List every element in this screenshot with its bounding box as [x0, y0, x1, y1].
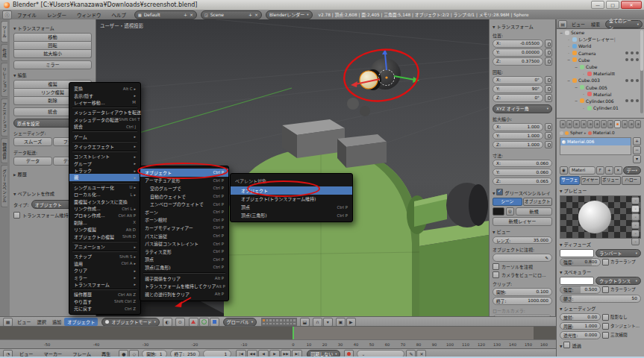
menu-item[interactable]: 統合Ctrl J	[69, 123, 140, 130]
menu-item[interactable]: 適用Ctrl A▸	[69, 260, 140, 267]
keep-transform-checkbox[interactable]	[13, 212, 20, 219]
lock-cursor-checkbox[interactable]	[493, 263, 499, 270]
menu-item[interactable]: トラック▸	[69, 167, 140, 174]
panel-header-shading[interactable]: ▼シェーディング	[560, 305, 641, 312]
properties-tab-world[interactable]	[581, 120, 587, 128]
shading-checkbox[interactable]	[602, 314, 609, 321]
wrench-icon[interactable]	[560, 131, 563, 135]
menu-item[interactable]: 空のグループでCtrl P	[140, 184, 228, 192]
snap-magnet-icon[interactable]: ∩	[313, 318, 322, 327]
axis-value-field[interactable]: Z:0.065	[493, 178, 552, 186]
menu-item[interactable]: オブジェクトの複製Shift D	[69, 233, 140, 239]
gp-new-button[interactable]: 新規	[516, 207, 552, 216]
vis-dot-icon[interactable]	[631, 99, 634, 102]
view3d-menu-選択[interactable]: 選択	[34, 318, 49, 326]
menu-item[interactable]: 親▸	[69, 174, 140, 180]
lock-icon[interactable]	[545, 141, 552, 149]
gp-eyedropper-icon[interactable]: ◎	[506, 207, 514, 216]
topbar-menu-ヘルプ[interactable]: ヘルプ	[107, 11, 132, 19]
expand-icon[interactable]: −	[574, 85, 578, 90]
shading-checkbox[interactable]	[602, 323, 609, 330]
lens-field[interactable]: レンズ:35.000	[493, 236, 552, 245]
slot-specials-button[interactable]: ▾	[633, 155, 641, 163]
menu-item[interactable]: 表示/隠す▸	[69, 92, 140, 98]
preview-hair-icon[interactable]: ◦	[631, 230, 640, 237]
properties-tab-render-layers[interactable]	[566, 120, 572, 128]
menu-item[interactable]: ボーン相対Ctrl P	[140, 216, 228, 224]
outliner-row[interactable]: −Cube	[557, 57, 644, 63]
menu-item[interactable]: 親との逆行列をクリアAlt P	[140, 290, 228, 298]
menu-item[interactable]: 面複製インスタンスに変換	[69, 198, 140, 204]
menu-item[interactable]: レイヤー移動...M	[69, 99, 140, 106]
unlink-icon[interactable]: ☒	[611, 72, 614, 76]
render-opengl-anim-icon[interactable]: ▶	[346, 318, 356, 327]
view3d-menu-ビュー[interactable]: ビュー	[14, 318, 34, 326]
outliner-row[interactable]: −Cube	[557, 63, 644, 70]
menu-item[interactable]: 親子関係をクリアAlt P	[140, 274, 228, 283]
topbar-menu-ファイル[interactable]: ファイル	[12, 11, 42, 19]
vis-dot-icon[interactable]	[625, 51, 628, 54]
menu-item[interactable]: ボーンCtrl P	[140, 208, 228, 216]
axis-value-field[interactable]: X:1.000	[493, 123, 543, 131]
panel-header-diffuse[interactable]: ▼ディフューズ	[560, 241, 641, 248]
preview-cube-icon[interactable]: ◦	[631, 213, 640, 221]
rotation-mode-dropdown[interactable]: XYZ オイラー角▾	[493, 104, 552, 113]
vis-dot-icon[interactable]	[636, 79, 639, 82]
close-button[interactable]: ✕	[621, 1, 642, 9]
material-slot-list[interactable]: Material.006	[560, 137, 631, 155]
menu-item[interactable]: 頂点(三角形)Ctrl P	[231, 211, 352, 219]
panel-header-transform-n[interactable]: ▼トランスフォーム	[493, 23, 552, 30]
material-type-tab-ボリュー[interactable]: ボリュー	[601, 176, 621, 185]
axis-value-field[interactable]: Y:90°	[493, 85, 543, 93]
properties-tab-constraints[interactable]	[594, 120, 600, 128]
toolshelf-tab-ツール[interactable]: ツール	[1, 21, 7, 43]
timeline[interactable]: -50-40-30-20-100102030405060708090100110…	[0, 326, 556, 349]
data-link-dropdown[interactable]: デー▾	[623, 166, 641, 175]
add-scene-icon[interactable]: +	[248, 12, 252, 17]
material-type-tab-ハロー[interactable]: ハロー	[622, 176, 642, 185]
axis-value-field[interactable]: X:-0.05500	[493, 40, 543, 48]
axis-value-field[interactable]: Y:0.00000	[493, 48, 543, 57]
lock-icon[interactable]	[545, 40, 552, 48]
lock-camera-checkbox[interactable]	[493, 271, 499, 278]
rotate-button[interactable]: 回転	[13, 42, 92, 50]
snap-element-dropdown[interactable]: ▾	[323, 318, 333, 327]
menu-item[interactable]: シングルユーザー化U▸	[69, 184, 140, 191]
panel-header-preview[interactable]: ▼プレビュー	[560, 187, 641, 194]
breadcrumb-material[interactable]: Material.0	[593, 131, 615, 135]
view3d-menu-追加[interactable]: 追加	[49, 318, 64, 326]
menu-item[interactable]: クリア▸	[69, 267, 140, 274]
axis-value-field[interactable]: Z:0°	[493, 94, 543, 102]
gp-object-tab[interactable]: オブジェクト	[523, 198, 553, 206]
fake-user-button[interactable]: F	[596, 166, 604, 175]
menu-item[interactable]: オブジェクトCtrl P	[140, 169, 228, 177]
properties-tab-data[interactable]	[607, 120, 613, 128]
preview-monkey-icon[interactable]: ◦	[631, 222, 640, 229]
panel-header-specular[interactable]: ▼スペキュラー	[560, 268, 641, 275]
mode-dropdown[interactable]: オブジェクトモード▾	[101, 318, 159, 327]
axis-value-field[interactable]: X:0°	[493, 76, 543, 84]
expand-icon[interactable]: −	[566, 57, 571, 62]
shade-smooth-button[interactable]: スムーズ	[13, 137, 52, 146]
mirror-button[interactable]: ミラー	[13, 60, 92, 69]
menu-item[interactable]: トランスフォーム▸	[69, 281, 140, 288]
shading-value-field[interactable]: 放射:0.00	[560, 313, 601, 321]
outliner-row[interactable]: ·レンダーレイヤー |	[557, 36, 644, 43]
material-type-tab-サーフェ[interactable]: サーフェ	[560, 176, 580, 185]
breadcrumb-object[interactable]: Spher	[570, 131, 583, 135]
scale-button[interactable]: 拡大縮小	[13, 50, 92, 58]
diffuse-color-swatch[interactable]	[560, 249, 594, 257]
outliner-row[interactable]: −Cube.003	[557, 77, 644, 84]
orientation-dropdown[interactable]: グローバル▾	[223, 318, 257, 327]
minimize-button[interactable]: —	[591, 1, 604, 9]
new-material-button[interactable]: +	[605, 166, 613, 175]
expand-icon[interactable]: −	[559, 31, 563, 35]
outliner-row[interactable]: −Cube.005	[557, 84, 644, 91]
menu-item[interactable]: パス追従コンストレイントCtrl P	[140, 239, 228, 248]
lock-icon[interactable]	[545, 85, 552, 93]
remove-slot-button[interactable]: −	[633, 146, 641, 154]
lock-icon[interactable]	[545, 132, 552, 140]
screen-layout-selector[interactable]: ▦ Default + ×	[134, 10, 197, 19]
outliner-scrollbar[interactable]	[640, 30, 643, 113]
outliner-row[interactable]: ·Cylinder.01	[557, 104, 644, 111]
